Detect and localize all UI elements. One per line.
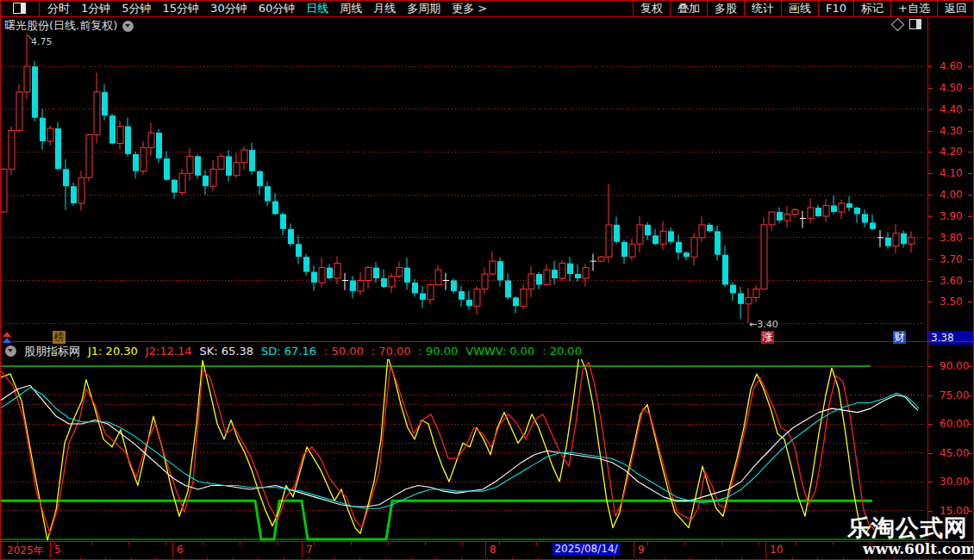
axis-tick [968,259,972,260]
tool-item-多股[interactable]: 多股 [707,0,744,16]
tool-item-叠加[interactable]: 叠加 [670,0,707,16]
month-gridline [634,542,634,557]
time-axis[interactable]: 2025年56789102025/08/14/四 [0,541,974,558]
time-label-10: 10 [770,544,783,556]
tool-item-+自选[interactable]: +自选 [890,0,937,16]
tool-item-画线[interactable]: 画线 [781,0,818,16]
axis-tick [928,511,933,512]
high-price-annotation: 4.75 [31,36,53,47]
candlestick-chart[interactable] [0,34,927,342]
indicator-axis-label: 15.00 [940,505,969,517]
axis-tick [968,453,972,454]
time-tick [388,542,389,545]
indicator-value: : 50.00 [324,344,364,358]
axis-tick [968,302,972,302]
indicator-chart[interactable] [0,359,927,541]
time-tick [425,542,426,545]
period-item-5分钟[interactable]: 5分钟 [122,0,151,16]
tool-item-F10[interactable]: F10 [818,0,853,16]
overlay-badge-榜[interactable]: 榜 [53,331,66,344]
period-menu: 分时1分钟5分钟15分钟30分钟60分钟日线周线月线多周期更多 > [47,0,487,16]
month-gridline [485,542,486,557]
indicator-axis-label: 90.00 [940,360,969,372]
time-tick [351,542,352,545]
tool-item-返回[interactable]: 返回 [937,0,974,16]
axis-tick [928,453,933,454]
selected-date-badge: 2025/08/14/四 [553,543,620,556]
time-tick [796,542,796,545]
axis-tick [928,302,933,302]
period-item-15分钟[interactable]: 15分钟 [163,0,200,16]
time-tick [462,542,463,545]
axis-tick [968,131,972,132]
time-tick [499,542,500,545]
period-item-更多 >[interactable]: 更多 > [452,0,487,16]
period-item-周线[interactable]: 周线 [340,0,362,16]
tool-item-标记[interactable]: 标记 [853,0,890,16]
time-tick [870,542,871,545]
tool-item-复权[interactable]: 复权 [633,0,670,16]
indicator-value: : 70.00 [371,344,411,358]
price-axis-label: 3.80 [940,232,963,244]
layout-switch-button[interactable] [0,0,40,16]
time-tick [314,542,315,545]
chart-title-row: 曙光股份(日线.前复权) [0,17,927,34]
indicator-axis-label: 45.00 [940,447,969,459]
period-item-分时[interactable]: 分时 [47,0,70,16]
period-item-1分钟[interactable]: 1分钟 [81,0,110,16]
indicator-value: SK: 65.38 [200,344,254,358]
current-price-badge: 3.38 [928,331,974,345]
axis-tick [968,216,972,217]
axis-tick [968,424,972,425]
title-right-icons [893,19,921,29]
diamond-icon[interactable] [891,17,905,31]
axis-tick [968,395,972,396]
price-axis-label: 4.20 [940,146,963,158]
axis-tick [968,88,972,89]
axis-tick [968,482,972,482]
overlay-badge-涨[interactable]: 涨 [761,331,774,344]
split-view-icon[interactable] [909,19,921,29]
axis-tick [928,366,933,367]
updown-arrows-icon[interactable] [3,332,11,344]
low-price-annotation: ←3.40 [749,319,778,330]
title-dropdown-icon[interactable] [122,21,134,32]
time-tick [907,542,908,545]
time-tick [536,542,537,545]
axis-tick [968,511,972,512]
time-tick [721,542,722,545]
tool-item-统计[interactable]: 统计 [744,0,781,16]
axis-tick [928,395,933,396]
time-tick [128,542,129,545]
time-label-6: 6 [177,544,184,556]
indicator-header: 股朋指标网J1: 20.30J2:12.14SK: 65.38SD: 67.16… [0,344,926,358]
axis-tick [928,424,933,425]
indicator-value: : 90.00 [419,344,459,358]
price-axis-label: 4.00 [940,189,963,201]
price-axis-label: 3.70 [940,253,963,265]
indicator-value: VWWV: 0.00 [465,344,534,358]
axis-tick [928,216,933,217]
price-axis-label: 3.90 [940,210,963,222]
period-item-多周期[interactable]: 多周期 [407,0,440,16]
time-tick [647,542,648,545]
axis-tick [968,238,972,239]
time-tick [240,542,240,545]
axis-tick [928,131,933,132]
price-axis-label: 4.10 [940,167,963,179]
price-axis-label: 3.50 [940,296,963,308]
axis-tick [928,482,933,482]
month-gridline [765,542,766,557]
month-gridline [302,542,303,557]
period-item-30分钟[interactable]: 30分钟 [210,0,247,16]
indicator-value: J1: 20.30 [88,344,138,358]
time-label-5: 5 [54,544,61,556]
indicator-value: J2:12.14 [146,344,192,358]
overlay-badge-财[interactable]: 财 [893,331,906,344]
period-item-日线[interactable]: 日线 [306,0,328,16]
axis-tick [968,66,972,67]
period-item-月线[interactable]: 月线 [373,0,396,16]
indicator-collapse-icon[interactable] [5,345,16,357]
period-item-60分钟[interactable]: 60分钟 [259,0,296,16]
time-tick [277,542,278,545]
